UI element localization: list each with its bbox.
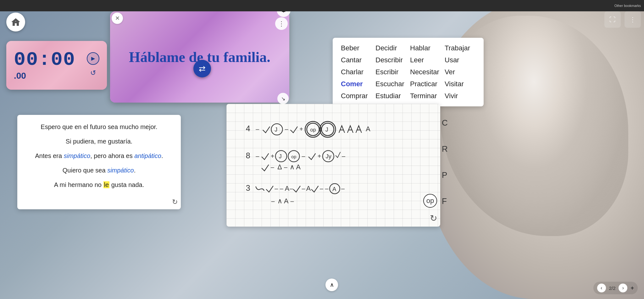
svg-text:A: A (284, 197, 289, 205)
page-next-icon: › (622, 285, 624, 291)
shuffle-button[interactable]: ⇄ (193, 60, 211, 77)
vocab-word-trabajar[interactable]: Trabajar (443, 43, 477, 54)
vocab-word-comprar[interactable]: Comprar (339, 91, 374, 101)
sentence-1: Espero que en el futuro sea mucho mejor. (27, 122, 171, 131)
svg-text:–: – (342, 153, 345, 160)
whiteboard[interactable]: 4 – J – + op J A (226, 104, 440, 227)
svg-text:–: – (271, 198, 275, 205)
svg-text:A: A (306, 185, 311, 192)
svg-text:op: op (291, 154, 296, 159)
menu-icon: ⋮ (630, 16, 636, 23)
vocab-word-cantar[interactable]: Cantar (339, 55, 374, 65)
vocab-word-decidir[interactable]: Decidir (374, 43, 408, 54)
svg-point-0 (15, 21, 16, 22)
italic-simpatico2: simpático (107, 167, 134, 174)
side-letter-p: P (442, 170, 448, 180)
svg-text:– –: – – (320, 185, 328, 192)
svg-text:–: – (285, 126, 288, 133)
svg-text:–: – (291, 198, 294, 205)
question-card: Háblame de tu familia. (110, 11, 289, 103)
svg-text:–: – (341, 185, 345, 192)
whiteboard-op-icon[interactable]: op (423, 194, 437, 208)
play-icon: ▶ (91, 55, 95, 61)
vocab-word-usar[interactable]: Usar (443, 55, 477, 65)
svg-text:–: – (256, 126, 259, 133)
timer-display: 00:00 .00 (14, 48, 87, 82)
svg-text:–: – (256, 153, 259, 160)
svg-text:J: J (279, 153, 282, 160)
highlight-le: le (103, 181, 110, 188)
whiteboard-refresh-icon[interactable]: ↻ (430, 213, 437, 223)
op-label: op (426, 197, 434, 205)
vocab-word-leer[interactable]: Leer (408, 55, 443, 65)
timer-reset-button[interactable]: ↺ (87, 67, 99, 79)
sentences-panel: Espero que en el futuro sea mucho mejor.… (17, 115, 181, 209)
dots-menu-button[interactable]: ⋮ (275, 17, 288, 30)
svg-text:+: + (299, 126, 303, 133)
side-letter-c: C (442, 118, 448, 128)
scroll-up-icon: ∧ (330, 281, 334, 288)
vocab-word-hablar[interactable]: Hablar (408, 43, 443, 54)
svg-text:– –: – – (275, 185, 283, 192)
page-prev-button[interactable]: ‹ (597, 284, 606, 292)
vocab-word-practicar[interactable]: Practicar (408, 79, 443, 89)
arrow-icon: ↘ (281, 96, 285, 102)
page-next-button[interactable]: › (619, 284, 627, 292)
svg-text:Jy: Jy (326, 153, 331, 160)
whiteboard-drawing: 4 – J – + op J A (233, 110, 434, 220)
italic-antipatico: antipático (134, 152, 161, 159)
sentence-2: Si pudiera, me gustaría. (27, 137, 171, 146)
side-letter-r: R (442, 144, 448, 154)
vocab-word-charlar[interactable]: Charlar (339, 67, 374, 77)
svg-text:+: + (318, 153, 321, 160)
vocab-word-visitar[interactable]: Visitar (443, 79, 477, 89)
svg-text:–: – (290, 185, 293, 192)
page-label: 2/2 (609, 285, 616, 291)
expand-button[interactable]: ↘ (277, 93, 289, 104)
vocab-word-describir[interactable]: Describir (374, 55, 408, 65)
timer-controls: ▶ ↺ (87, 52, 99, 79)
page-add-button[interactable]: + (630, 285, 634, 291)
svg-text:∧: ∧ (277, 197, 282, 205)
vocab-word-comer[interactable]: Comer (339, 79, 374, 89)
menu-button[interactable]: ⋮ (625, 11, 641, 28)
svg-text:Δ: Δ (277, 163, 282, 171)
svg-text:J: J (275, 127, 277, 133)
sentence-4: Quiero que sea simpático. (27, 166, 171, 175)
svg-text:op: op (310, 127, 316, 133)
timer-play-button[interactable]: ▶ (87, 52, 99, 65)
vocab-word-estudiar[interactable]: Estudiar (374, 91, 408, 101)
vocab-word-ver[interactable]: Ver (443, 67, 477, 77)
page-prev-icon: ‹ (601, 285, 602, 291)
dots-icon: ⋮ (278, 20, 285, 27)
whiteboard-scroll-up-button[interactable]: ∧ (325, 279, 338, 291)
vocab-word-necesitar[interactable]: Necesitar (408, 67, 443, 77)
italic-simpatico: simpático (64, 152, 90, 159)
vocab-word-beber[interactable]: Beber (339, 43, 374, 54)
home-icon (11, 17, 21, 27)
whiteboard-content: 4 – J – + op J A (226, 104, 440, 227)
svg-text:∧: ∧ (290, 163, 295, 171)
svg-text:+: + (271, 153, 275, 160)
svg-text:4: 4 (246, 124, 250, 133)
vocab-word-terminar[interactable]: Terminar (408, 91, 443, 101)
vocab-word-escribir[interactable]: Escribir (374, 67, 408, 77)
fullscreen-button[interactable]: ⛶ (604, 11, 621, 28)
svg-text:J: J (325, 127, 328, 133)
close-button[interactable]: ✕ (112, 13, 123, 24)
fullscreen-icon: ⛶ (609, 16, 616, 23)
refresh-sentences-button[interactable]: ↻ (172, 198, 178, 206)
svg-text:A: A (332, 186, 336, 192)
svg-text:–: – (271, 164, 274, 171)
side-letter-f: F (442, 196, 448, 206)
svg-text:8: 8 (246, 151, 250, 160)
svg-text:–: – (284, 164, 287, 171)
side-letters: C R P F (442, 118, 448, 206)
home-button[interactable] (6, 13, 25, 31)
vocab-word-vivir[interactable]: Vivir (443, 91, 477, 101)
vocab-word-escuchar[interactable]: Escuchar (374, 79, 408, 89)
shuffle-icon: ⇄ (199, 64, 206, 74)
svg-text:3: 3 (246, 183, 250, 192)
timer-time: 00:00 (14, 48, 75, 71)
svg-text:A: A (296, 163, 301, 171)
